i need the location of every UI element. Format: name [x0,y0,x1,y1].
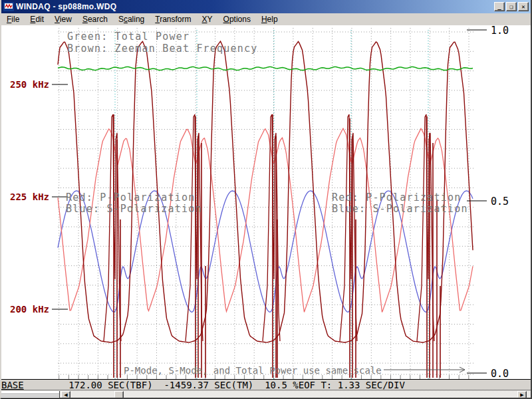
window-title: WINDAQ - sp088mo.WDQ [16,2,494,11]
chart-annotation-legend-green: Green: Total Power [67,31,190,43]
chart-annotation-legend-brown: Brown: Zeeman Beat Frequency [67,43,257,55]
left-axis-label: 250 kHz [8,79,49,90]
left-axis-label: 225 kHz [8,192,49,202]
left-axis-label: 200 kHz [8,304,49,315]
minimize-button[interactable]: _ [494,2,505,11]
status-base-label: BASE [1,380,24,390]
chart-annotation-legend-blue-right: Blue: S-Polarization [332,203,468,215]
menu-item-transform[interactable]: Transform [150,14,196,25]
menu-item-view[interactable]: View [49,14,77,25]
right-axis-label: 0.5 [491,196,509,207]
menu-item-xy[interactable]: XY [197,14,218,25]
windaq-window: WINDAQ - sp088mo.WDQ _❏✕ FileEditViewSea… [0,0,532,399]
horizontal-scrollbar[interactable]: ◀ ▶ [1,391,531,399]
chart-annotation-legend-red-left: Red: P-Polarization [66,192,195,203]
status-bar: BASE 172.00 SEC(TBF) -1459.37 SEC(TM) 10… [1,380,531,390]
restore-button[interactable]: ❏ [506,2,517,11]
menu-item-edit[interactable]: Edit [25,14,49,25]
right-axis-label: 1.0 [491,25,509,37]
app-icon [3,2,14,11]
scroll-left-button[interactable]: ◀ [61,391,70,399]
chart-annotation-legend-blue-left: Blue: S-Polarization [66,203,202,215]
close-button[interactable]: ✕ [518,2,529,11]
scroll-right-button[interactable]: ▶ [517,391,527,399]
menu-bar: FileEditViewSearchScalingTransformXYOpti… [1,13,531,26]
menu-item-options[interactable]: Options [218,14,256,25]
waveform-chart: Green: Total PowerBrown: Zeeman Beat Fre… [1,25,532,380]
scroll-thumb[interactable] [114,391,124,399]
chart-annotation-scale-note: P-Mode, S-Mode, and Total Power use same… [124,365,382,376]
menu-item-help[interactable]: Help [256,14,283,25]
menu-item-scaling[interactable]: Scaling [113,14,150,25]
chart-annotation-legend-red-right: Red: P-Polarization [332,192,461,203]
menu-item-search[interactable]: Search [77,14,113,25]
menu-item-file[interactable]: File [1,14,25,25]
title-bar[interactable]: WINDAQ - sp088mo.WDQ _❏✕ [1,0,531,13]
scroll-left-pane [1,391,60,399]
window-controls: _❏✕ [494,2,529,11]
right-axis-label: 0.0 [491,368,509,380]
status-readout: 172.00 SEC(TBF) -1459.37 SEC(TM) 10.5 %E… [24,380,405,390]
